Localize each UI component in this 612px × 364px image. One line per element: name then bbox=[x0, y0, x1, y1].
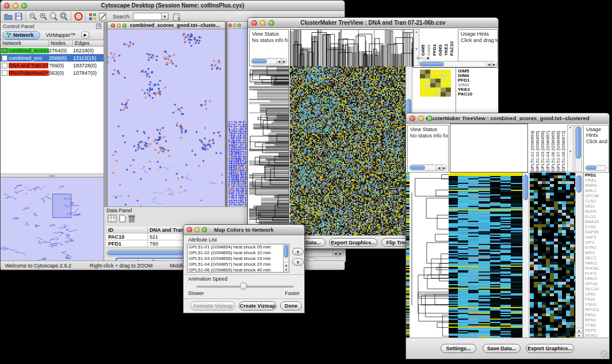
treeview2-header-vscrollbar[interactable] bbox=[575, 125, 582, 172]
gene-label[interactable]: BUD4 bbox=[584, 209, 609, 214]
delete-attribute-icon[interactable] bbox=[128, 214, 135, 225]
treeview1-row-dendrogram[interactable] bbox=[249, 66, 289, 236]
zoom-selected-icon[interactable] bbox=[48, 12, 59, 22]
gene-label[interactable]: SPC98 bbox=[584, 193, 609, 198]
treeview2-heatmap[interactable] bbox=[449, 173, 522, 339]
table-row[interactable]: PFD1 bbox=[106, 240, 148, 247]
scrollbar-thumb[interactable] bbox=[523, 175, 528, 200]
network-frame-dense[interactable] bbox=[227, 21, 248, 216]
zoom-window-icon[interactable] bbox=[269, 20, 274, 26]
column-label[interactable]: PFD1 bbox=[432, 30, 438, 56]
treeview2-detail-heatmap[interactable] bbox=[530, 173, 575, 339]
gene-label[interactable]: MSI1 bbox=[584, 250, 609, 255]
close-icon[interactable] bbox=[410, 116, 415, 121]
treeview1-heatmap[interactable] bbox=[290, 66, 406, 236]
gene-label[interactable]: RPN1 bbox=[584, 317, 609, 323]
frame-zoom-icon[interactable] bbox=[123, 24, 127, 28]
gene-label[interactable]: SEC24 bbox=[584, 286, 609, 292]
zoom-controls-icon[interactable]: ⊕⊖◻◼ bbox=[416, 56, 430, 60]
scrollbar-thumb[interactable] bbox=[410, 166, 425, 170]
gene-label[interactable]: YRA1 bbox=[584, 178, 609, 183]
gene-label[interactable]: TCB3 bbox=[584, 323, 609, 328]
scroll-right-icon[interactable]: ▶ bbox=[281, 59, 286, 64]
gene-label[interactable]: RPO21 bbox=[584, 307, 609, 312]
column-label[interactable]: GPL51-04 (GSM857) bbox=[545, 125, 550, 171]
column-header[interactable]: ID bbox=[106, 227, 148, 233]
gene-label[interactable]: GTB1 bbox=[584, 224, 609, 229]
gene-label[interactable]: RNR4 bbox=[584, 183, 609, 188]
scroll-right-icon[interactable]: ▶ bbox=[338, 250, 343, 256]
scrollbar-thumb[interactable] bbox=[252, 59, 267, 63]
scrollbar-thumb[interactable] bbox=[284, 245, 288, 258]
zoom-in-icon[interactable] bbox=[38, 12, 48, 22]
column-label[interactable]: GPL51-01 (GSM854) bbox=[530, 125, 535, 171]
gene-label[interactable]: PEP5 bbox=[584, 328, 609, 333]
annotation-icon[interactable] bbox=[98, 12, 108, 22]
network-list-row[interactable]: combined_scores 2764(0) 16218(0) bbox=[1, 47, 104, 54]
network-list-row[interactable]: DNA and Tran 07 769(0) 183728(0) bbox=[1, 62, 104, 69]
column-label[interactable]: GIM3 bbox=[438, 30, 443, 56]
filter-icon[interactable] bbox=[172, 12, 182, 22]
scroll-left-icon[interactable]: ◀ bbox=[486, 62, 491, 67]
table-row[interactable]: PAC10 bbox=[106, 233, 148, 240]
minimize-icon[interactable] bbox=[260, 20, 266, 26]
network-list-row[interactable]: combined_sco 2569(6) 13112(15) bbox=[1, 54, 104, 62]
gene-label[interactable]: FIG4 bbox=[584, 297, 609, 302]
usage-hints-hscrollbar[interactable] bbox=[585, 165, 607, 171]
scroll-left-icon[interactable]: ◀ bbox=[332, 250, 338, 256]
view-status-hscrollbar[interactable]: ◀▶ bbox=[251, 58, 287, 64]
treeview1-mini-matrix[interactable] bbox=[420, 70, 451, 97]
tab-overflow-icon[interactable]: ▶ bbox=[81, 32, 89, 39]
treeview2-vscrollbar[interactable] bbox=[522, 173, 529, 339]
export-graphics-button[interactable]: Export Graphics... bbox=[526, 344, 574, 353]
treeview1-titlebar[interactable]: ClusterMaker TreeView : DNA and Tran 07-… bbox=[248, 18, 498, 28]
animate-vizmap-button[interactable]: Animate Vizmap bbox=[190, 301, 235, 311]
zoom-fit-icon[interactable] bbox=[59, 12, 69, 22]
frame-minimize-icon[interactable] bbox=[117, 24, 121, 28]
column-label[interactable]: GPL51-07 (GSM868) bbox=[556, 125, 561, 171]
gene-label[interactable]: NIS1 bbox=[584, 204, 609, 209]
scroll-right-icon[interactable]: ▶ bbox=[491, 62, 496, 67]
close-icon[interactable] bbox=[4, 3, 10, 9]
scroll-down-icon[interactable]: ▼ bbox=[284, 267, 289, 272]
column-label[interactable]: GPL51-02 (GSM855) bbox=[535, 125, 540, 171]
attribute-item[interactable]: GPL51-03 (GSM856) heat shock 15 min bbox=[188, 256, 282, 262]
column-scroll-strip[interactable]: ▲▼ bbox=[567, 125, 573, 172]
column-label[interactable]: PAC10 bbox=[449, 30, 455, 56]
gene-label[interactable]: KAP95 bbox=[584, 229, 609, 235]
gene-label[interactable]: HMG1 bbox=[584, 260, 609, 266]
vizmap-icon[interactable] bbox=[87, 12, 98, 22]
gene-label[interactable]: YSH1 bbox=[584, 302, 609, 307]
move-down-button[interactable]: ∨ bbox=[292, 258, 304, 266]
gene-label[interactable]: PFD1 bbox=[584, 173, 609, 178]
network-canvas[interactable] bbox=[108, 29, 225, 215]
scroll-right-icon[interactable]: ▶ bbox=[441, 165, 446, 170]
column-label[interactable]: GPL51-08 (GSM872) bbox=[561, 125, 566, 171]
treeview2-column-tree-area[interactable] bbox=[450, 124, 528, 173]
zoom-window-icon[interactable] bbox=[202, 227, 207, 232]
overview-viewport[interactable] bbox=[52, 194, 71, 218]
attribute-item[interactable]: GPL51-04 (GSM857) heat shock 20 min bbox=[188, 262, 282, 267]
save-data-button[interactable]: Save Data... bbox=[483, 344, 521, 353]
attribute-item[interactable]: GPL51-01 (GSM854) heat shock 05 min bbox=[188, 244, 282, 250]
matrix-hscrollbar[interactable]: ◀▶ bbox=[419, 61, 497, 67]
help-lifering-icon[interactable] bbox=[73, 12, 83, 22]
scrollbar-thumb[interactable] bbox=[586, 166, 596, 170]
gene-label[interactable]: HRD3 bbox=[584, 276, 609, 281]
scrollbar-thumb[interactable] bbox=[576, 175, 582, 193]
scrollbar-thumb[interactable] bbox=[576, 127, 581, 159]
gene-label[interactable]: HAP3 bbox=[584, 235, 609, 240]
main-titlebar[interactable]: Cytoscape Desktop (Session Name: collins… bbox=[1, 1, 345, 11]
tab-vizmapper[interactable]: VizMapper™ bbox=[41, 32, 81, 39]
float-panel-icon[interactable] bbox=[96, 24, 101, 30]
attribute-item[interactable]: GPL51-02 (GSM855) heat shock 10 min bbox=[188, 250, 282, 256]
minimize-icon[interactable] bbox=[194, 227, 200, 232]
treeview1-column-dendrogram[interactable] bbox=[290, 29, 414, 67]
scroll-left-icon[interactable]: ◀ bbox=[276, 59, 281, 64]
zoom-window-icon[interactable] bbox=[21, 3, 27, 9]
gene-label[interactable]: VIP1 bbox=[584, 240, 609, 245]
treeview2-detail-vscrollbar[interactable]: ▲ ▼ bbox=[575, 173, 583, 339]
search-input[interactable] bbox=[133, 13, 162, 20]
tab-network[interactable]: Network bbox=[2, 31, 40, 40]
gene-label[interactable]: PHO81 bbox=[584, 266, 609, 271]
